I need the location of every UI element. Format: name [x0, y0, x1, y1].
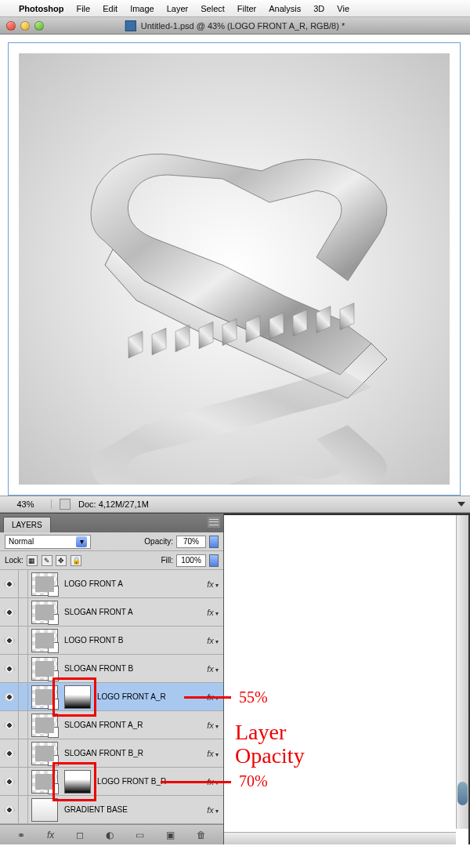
svg-rect-2	[175, 325, 190, 351]
minimize-button[interactable]	[20, 21, 30, 31]
layer-row[interactable]: LOGO FRONT Bfx	[0, 626, 223, 655]
menu-view[interactable]: Vie	[337, 4, 349, 13]
menu-filter[interactable]: Filter	[237, 4, 256, 13]
layer-name[interactable]: LOGO FRONT B	[61, 636, 200, 645]
layer-fx-indicator[interactable]: fx	[200, 721, 223, 730]
fill-slider-icon[interactable]	[209, 554, 219, 567]
menu-layer[interactable]: Layer	[167, 4, 189, 13]
eye-icon	[4, 637, 15, 645]
document-proxy-icon[interactable]	[125, 20, 136, 31]
layer-thumb[interactable]	[31, 798, 58, 822]
layer-fx-indicator[interactable]: fx	[200, 636, 223, 645]
layer-fx-indicator[interactable]: fx	[200, 749, 223, 758]
eye-icon	[4, 665, 15, 673]
layer-row[interactable]: LOGO FRONT B_Rfx	[0, 768, 223, 796]
layer-name[interactable]: SLOGAN FRONT B_R	[61, 749, 200, 757]
layer-mask-icon[interactable]: ◻	[76, 830, 84, 841]
adjustment-layer-icon[interactable]: ◐	[106, 830, 114, 841]
tab-layers[interactable]: LAYERS	[3, 517, 51, 532]
layer-fx-indicator[interactable]: fx	[200, 692, 223, 702]
lock-all-icon[interactable]: 🔒	[70, 555, 81, 566]
link-layers-icon[interactable]: ⚭	[17, 830, 25, 841]
layer-thumb[interactable]	[31, 714, 58, 737]
layer-mask-thumb[interactable]	[64, 685, 91, 709]
delete-layer-icon[interactable]: 🗑	[197, 830, 206, 841]
zoom-field[interactable]: 43%	[5, 499, 52, 509]
panel-footer: ⚭ fx ◻ ◐ ▭ ▣ 🗑	[0, 824, 223, 844]
window-titlebar: Untitled-1.psd @ 43% (LOGO FRONT A_R, RG…	[0, 17, 470, 35]
panel-menu-icon[interactable]	[208, 517, 220, 528]
layer-name[interactable]: SLOGAN FRONT A	[61, 608, 200, 616]
eye-icon	[4, 778, 15, 786]
artwork-3d-logo	[19, 53, 450, 485]
layer-name[interactable]: LOGO FRONT A	[61, 579, 200, 588]
close-button[interactable]	[6, 21, 16, 31]
status-nav-icon[interactable]	[60, 499, 70, 510]
menu-edit[interactable]: Edit	[103, 4, 118, 13]
visibility-toggle[interactable]	[0, 739, 19, 767]
visibility-toggle[interactable]	[0, 711, 19, 739]
zoom-button[interactable]	[34, 21, 44, 31]
layer-row[interactable]: SLOGAN FRONT B_Rfx	[0, 739, 223, 768]
visibility-toggle[interactable]	[0, 570, 19, 597]
opacity-slider-icon[interactable]	[209, 536, 219, 548]
layer-thumb[interactable]	[31, 742, 58, 765]
vertical-scrollbar[interactable]	[456, 515, 468, 829]
layer-thumb[interactable]	[31, 629, 58, 652]
layer-row[interactable]: GRADIENT BASEfx	[0, 796, 223, 824]
layer-row[interactable]: LOGO FRONT A_Rfx	[0, 683, 223, 711]
layer-name[interactable]: SLOGAN FRONT B	[61, 664, 200, 673]
layer-name[interactable]: LOGO FRONT B_R	[94, 777, 200, 786]
layer-name[interactable]: GRADIENT BASE	[61, 805, 200, 814]
visibility-toggle[interactable]	[0, 796, 19, 823]
lock-transparency-icon[interactable]: ▦	[27, 555, 38, 566]
fill-field[interactable]: 100%	[176, 554, 206, 567]
lock-row: Lock: ▦ ✎ ✥ 🔒 Fill: 100%	[0, 551, 223, 570]
layer-fx-indicator[interactable]: fx	[200, 608, 223, 617]
layer-thumb[interactable]	[31, 572, 58, 596]
layer-mask-thumb[interactable]	[64, 770, 91, 794]
menu-3d[interactable]: 3D	[313, 4, 324, 13]
layer-fx-indicator[interactable]: fx	[200, 805, 223, 815]
menu-select[interactable]: Select	[201, 4, 225, 13]
visibility-toggle[interactable]	[0, 626, 19, 654]
blend-mode-select[interactable]: Normal ▾	[5, 535, 91, 549]
layer-name[interactable]: LOGO FRONT A_R	[94, 692, 200, 701]
layer-fx-indicator[interactable]: fx	[200, 579, 223, 589]
layer-row[interactable]: SLOGAN FRONT Afx	[0, 598, 223, 626]
layer-thumb[interactable]	[31, 685, 58, 709]
lock-pixels-icon[interactable]: ✎	[42, 555, 52, 566]
lock-position-icon[interactable]: ✥	[56, 555, 67, 566]
bottom-area: LAYERS Normal ▾ Opacity: 70% Lock: ▦ ✎ ✥…	[0, 513, 470, 844]
menu-image[interactable]: Image	[130, 4, 154, 13]
menu-file[interactable]: File	[76, 4, 90, 13]
new-group-icon[interactable]: ▭	[136, 830, 144, 841]
layer-thumb[interactable]	[31, 770, 58, 794]
layer-row[interactable]: SLOGAN FRONT A_Rfx	[0, 711, 223, 739]
opacity-field[interactable]: 70%	[176, 536, 206, 548]
horizontal-scrollbar[interactable]	[224, 832, 456, 844]
visibility-toggle[interactable]	[0, 768, 19, 795]
layer-row[interactable]: SLOGAN FRONT Bfx	[0, 655, 223, 683]
new-layer-icon[interactable]: ▣	[166, 830, 175, 841]
opacity-label: Opacity:	[144, 537, 173, 546]
visibility-toggle[interactable]	[0, 683, 19, 710]
layer-style-icon[interactable]: fx	[47, 830, 54, 841]
visibility-toggle[interactable]	[0, 598, 19, 626]
link-column	[19, 626, 28, 654]
visibility-toggle[interactable]	[0, 655, 19, 682]
document-canvas[interactable]	[8, 42, 461, 496]
link-column	[19, 570, 28, 597]
select-arrow-icon: ▾	[76, 536, 87, 547]
lock-label: Lock:	[5, 556, 24, 565]
status-menu-arrow-icon[interactable]	[457, 502, 465, 507]
scrollbar-thumb[interactable]	[457, 782, 468, 805]
layer-fx-indicator[interactable]: fx	[200, 664, 223, 674]
layer-thumb[interactable]	[31, 657, 58, 681]
app-menu[interactable]: Photoshop	[19, 4, 63, 13]
menu-analysis[interactable]: Analysis	[269, 4, 301, 13]
layer-fx-indicator[interactable]: fx	[200, 777, 223, 786]
layer-thumb[interactable]	[31, 601, 58, 624]
layer-name[interactable]: SLOGAN FRONT A_R	[61, 721, 200, 729]
layer-row[interactable]: LOGO FRONT Afx	[0, 570, 223, 598]
